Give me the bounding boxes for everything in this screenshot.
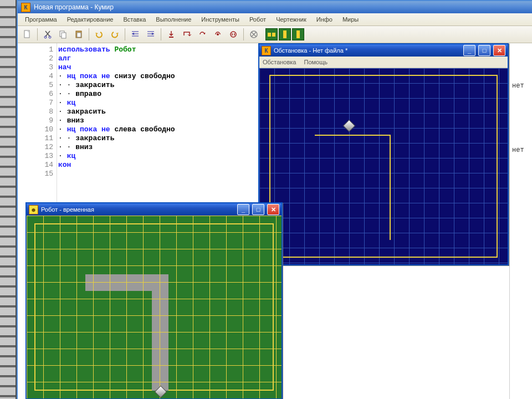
minimize-button[interactable]: _ bbox=[237, 204, 249, 215]
redo-button[interactable] bbox=[108, 27, 122, 42]
close-button[interactable]: ✕ bbox=[493, 45, 505, 56]
world-grid-button[interactable] bbox=[265, 28, 278, 40]
world-bar1-button[interactable] bbox=[279, 28, 291, 40]
step-over-button[interactable] bbox=[180, 27, 194, 42]
app-title: Новая программа - Кумир bbox=[34, 3, 114, 11]
outdent-button[interactable] bbox=[144, 27, 158, 42]
world-bar2-button[interactable] bbox=[292, 28, 304, 40]
menu-insert[interactable]: Вставка bbox=[118, 14, 151, 24]
separator bbox=[243, 28, 244, 40]
menu-info[interactable]: Инфо bbox=[311, 14, 337, 24]
world-view-buttons bbox=[265, 28, 304, 40]
blue-grid bbox=[259, 68, 508, 264]
continue-button[interactable] bbox=[211, 27, 225, 42]
menu-bar: Программа Редактирование Вставка Выполне… bbox=[18, 13, 532, 26]
maximize-button[interactable]: □ bbox=[478, 45, 490, 56]
main-titlebar[interactable]: К Новая программа - Кумир bbox=[18, 1, 532, 13]
separator bbox=[125, 28, 125, 40]
wall bbox=[269, 75, 498, 76]
wall bbox=[497, 75, 498, 258]
robot-title: Робот - временная bbox=[41, 206, 234, 213]
green-canvas[interactable] bbox=[27, 216, 282, 398]
separator bbox=[161, 28, 161, 40]
svg-point-8 bbox=[217, 33, 219, 35]
svg-rect-6 bbox=[77, 33, 81, 37]
close-button[interactable]: ✕ bbox=[267, 204, 279, 215]
separator bbox=[89, 28, 89, 40]
blue-canvas[interactable] bbox=[259, 68, 508, 264]
cut-button[interactable] bbox=[40, 27, 55, 42]
sidebar-value: нет bbox=[510, 82, 532, 91]
env-menu: Обстановка Помощь bbox=[259, 57, 508, 68]
menu-draftsman[interactable]: Чертежник bbox=[271, 14, 311, 24]
step-into-button[interactable] bbox=[164, 27, 178, 42]
painted-cells bbox=[152, 274, 168, 391]
stop-button[interactable] bbox=[247, 27, 261, 42]
env-menu-help[interactable]: Помощь bbox=[304, 59, 328, 65]
toolbar bbox=[18, 26, 532, 43]
indent-button[interactable] bbox=[128, 27, 142, 42]
run-button[interactable] bbox=[195, 27, 209, 42]
paste-button[interactable] bbox=[71, 27, 86, 42]
env-icon: К bbox=[262, 46, 271, 55]
svg-point-9 bbox=[231, 32, 236, 37]
menu-edit[interactable]: Редактирование bbox=[62, 14, 119, 24]
right-sidebar: нет нет bbox=[509, 43, 532, 399]
wall bbox=[315, 135, 390, 136]
spiral-binding bbox=[0, 0, 17, 399]
pause-button[interactable] bbox=[226, 27, 241, 42]
undo-button[interactable] bbox=[92, 27, 106, 42]
wall bbox=[269, 257, 498, 258]
menu-run[interactable]: Выполнение bbox=[151, 14, 196, 24]
sidebar-value: нет bbox=[510, 146, 532, 155]
separator bbox=[37, 28, 38, 40]
environment-window[interactable]: К Обстановка - Нет файла * _ □ ✕ Обстано… bbox=[258, 43, 509, 265]
env-menu-obstanovka[interactable]: Обстановка bbox=[263, 59, 296, 65]
new-file-button[interactable] bbox=[20, 27, 34, 42]
menu-worlds[interactable]: Миры bbox=[337, 14, 364, 24]
robot-window[interactable]: ☻ Робот - временная _ □ ✕ bbox=[25, 202, 283, 399]
environment-titlebar[interactable]: К Обстановка - Нет файла * _ □ ✕ bbox=[259, 44, 508, 57]
minimize-button[interactable]: _ bbox=[463, 45, 475, 56]
maximize-button[interactable]: □ bbox=[252, 204, 264, 215]
robot-window-icon: ☻ bbox=[29, 205, 38, 214]
menu-tools[interactable]: Инструменты bbox=[196, 14, 244, 24]
app-icon: К bbox=[21, 3, 30, 12]
menu-robot[interactable]: Робот bbox=[244, 14, 271, 24]
env-title: Обстановка - Нет файла * bbox=[274, 47, 461, 54]
copy-button[interactable] bbox=[56, 27, 70, 42]
svg-rect-4 bbox=[62, 33, 66, 38]
menu-program[interactable]: Программа bbox=[20, 14, 62, 24]
robot-titlebar[interactable]: ☻ Робот - временная _ □ ✕ bbox=[27, 203, 282, 216]
wall bbox=[390, 135, 391, 240]
svg-rect-7 bbox=[169, 37, 173, 38]
